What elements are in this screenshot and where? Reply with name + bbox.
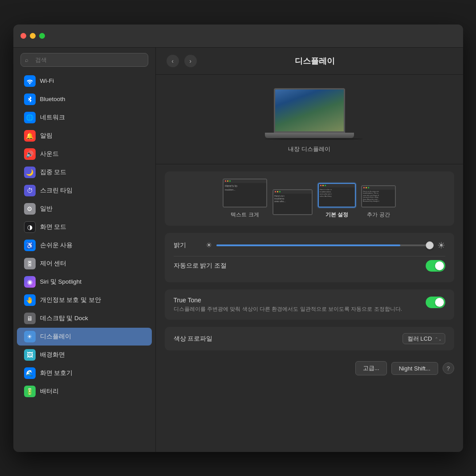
brightness-high-icon: ☀ [437,240,445,251]
auto-brightness-label: 자동으로 밝기 조절 [174,262,227,270]
sidebar-item-label-general: 일반 [40,205,53,213]
control-icon: 🎛 [24,258,36,269]
siri-icon: ◉ [24,276,36,288]
color-profile-select-wrapper[interactable]: 컬러 LCD [403,333,445,344]
maximize-button[interactable] [39,33,45,39]
focus-icon: 🌙 [24,167,36,178]
truetone-header: True Tone 디스플레이를 주변광에 맞춰 색상이 다른 환경에서도 일관… [174,297,445,313]
sidebar-item-appearance[interactable]: ◑ 화면 모드 [17,218,152,236]
sound-icon: 🔊 [24,148,36,160]
accessibility-icon: ♿ [24,240,36,251]
sidebar-item-label-sound: 사운드 [40,150,59,158]
color-profile-select[interactable]: 컬러 LCD [403,333,445,344]
sidebar-item-wallpaper[interactable]: 🖼 배경화면 [17,346,152,364]
res-option-default-main[interactable]: Here's to the cr troublemakers. ones who… [318,183,356,219]
res-label-more-space: 추가 공간 [367,211,390,219]
auto-brightness-toggle[interactable] [426,260,445,272]
truetone-title: True Tone [174,297,419,304]
desktop-icon: 🖥 [24,313,36,324]
res-preview-default-mid: Here's to t troublema ones who... [273,189,313,215]
content-area: ⌕ Wi-Fi Bluetooth [13,48,463,452]
sidebar-item-focus[interactable]: 🌙 집중 모드 [17,163,152,181]
sidebar-item-label-screentime: 스크린 타임 [40,187,73,195]
sidebar-item-privacy[interactable]: 🤚 개인정보 보호 및 보안 [17,291,152,309]
sidebar-item-screentime[interactable]: ⏱ 스크린 타임 [17,182,152,199]
wallpaper-icon: 🖼 [24,349,36,361]
color-profile-section: 색상 프로파일 컬러 LCD [165,327,454,350]
main-header: ‹ › 디스플레이 [156,48,463,75]
screentime-icon: ⏱ [24,185,36,196]
truetone-toggle[interactable] [426,297,445,308]
search-icon: ⌕ [25,57,28,63]
sidebar-item-label-notifications: 알림 [40,132,53,140]
sidebar-item-label-network: 네트워크 [40,114,65,122]
laptop-base [265,133,354,138]
nav-forward-button[interactable]: › [184,55,197,67]
battery-icon: 🔋 [24,386,36,397]
auto-brightness-row: 자동으로 밝기 조절 [174,256,445,275]
traffic-lights [20,33,45,39]
sidebar-item-desktop[interactable]: 🖥 데스크탑 및 Dock [17,309,152,327]
sidebar-item-label-privacy: 개인정보 보호 및 보안 [40,296,101,304]
truetone-section: True Tone 디스플레이를 주변광에 맞춰 색상이 다른 환경에서도 일관… [165,289,454,320]
night-shift-button[interactable]: Night Shift... [391,362,438,375]
brightness-slider-area: ☀ ☀ [206,240,445,251]
nav-back-button[interactable]: ‹ [167,55,179,67]
sidebar-item-network[interactable]: 🌐 네트워크 [17,109,152,126]
color-profile-label: 색상 프로파일 [174,335,213,343]
sidebar-item-display[interactable]: ☀ 디스플레이 [17,328,152,346]
titlebar [13,24,463,48]
sidebar-item-screensaver[interactable]: 🌊 화면 보호기 [17,364,152,382]
res-label-default: 기본 설정 [325,211,348,219]
brightness-slider-track[interactable] [216,244,433,246]
search-input[interactable] [20,53,148,67]
help-button[interactable]: ? [443,362,454,374]
res-preview-more-space: Here's to the crazy one troublemakers. T… [361,185,396,207]
sidebar-item-label-bluetooth: Bluetooth [40,96,65,102]
privacy-icon: 🤚 [24,294,36,306]
brightness-label: 밝기 [174,241,200,249]
res-label-text-size: 텍스트 크게 [231,211,259,219]
brightness-row: 밝기 ☀ ☀ [174,240,445,251]
sidebar-item-label-desktop: 데스크탑 및 Dock [40,314,88,322]
res-preview-default-main: Here's to the cr troublemakers. ones who… [318,183,356,207]
resolution-section: Here's to troublem... 텍스트 크게 [165,171,454,226]
sidebar-item-sound[interactable]: 🔊 사운드 [17,145,152,163]
sidebar-item-label-siri: Siri 및 Spotlight [40,278,82,286]
sidebar-item-control[interactable]: 🎛 제어 센터 [17,255,152,273]
sidebar-item-notifications[interactable]: 🔔 알림 [17,127,152,145]
laptop-base-shadow [265,138,363,140]
sidebar-item-label-wallpaper: 배경화면 [40,351,65,359]
page-title: 디스플레이 [202,56,427,66]
settings-panel: Here's to troublem... 텍스트 크게 [156,164,463,390]
sidebar-item-label-battery: 배터리 [40,387,59,395]
sidebar-item-wifi[interactable]: Wi-Fi [17,72,152,90]
sidebar-item-label-wifi: Wi-Fi [40,77,54,84]
res-option-default[interactable]: Here's to t troublema ones who... [273,189,313,219]
sidebar-item-general[interactable]: ⚙ 일반 [17,200,152,218]
resolution-options: Here's to troublem... 텍스트 크게 [172,179,447,219]
laptop-image [265,88,354,140]
appearance-icon: ◑ [24,221,36,233]
sidebar-item-accessibility[interactable]: ♿ 손쉬운 사용 [17,236,152,254]
sidebar-item-label-appearance: 화면 모드 [40,223,67,231]
truetone-text: True Tone 디스플레이를 주변광에 맞춰 색상이 다른 환경에서도 일관… [174,297,419,313]
truetone-desc: 디스플레이를 주변광에 맞춰 색상이 다른 환경에서도 일관적으로 보이도록 자… [174,305,419,313]
search-bar[interactable]: ⌕ [20,53,148,67]
res-option-more-space[interactable]: Here's to the crazy one troublemakers. T… [361,185,396,219]
res-preview-text-size: Here's to troublem... [223,179,267,207]
main-content: ‹ › 디스플레이 내장 디스플레이 [156,48,463,452]
sidebar: ⌕ Wi-Fi Bluetooth [13,48,156,452]
sidebar-item-bluetooth[interactable]: Bluetooth [17,90,152,108]
sidebar-item-label-focus: 집중 모드 [40,168,67,176]
close-button[interactable] [20,33,26,39]
minimize-button[interactable] [30,33,36,39]
sidebar-item-label-screensaver: 화면 보호기 [40,369,73,377]
res-option-text-size[interactable]: Here's to troublem... 텍스트 크게 [223,179,267,219]
display-label: 내장 디스플레이 [288,145,330,153]
sidebar-item-siri[interactable]: ◉ Siri 및 Spotlight [17,273,152,291]
screensaver-icon: 🌊 [24,367,36,379]
general-icon: ⚙ [24,203,36,215]
sidebar-item-battery[interactable]: 🔋 배터리 [17,382,152,400]
advanced-button[interactable]: 고급... [355,361,387,375]
